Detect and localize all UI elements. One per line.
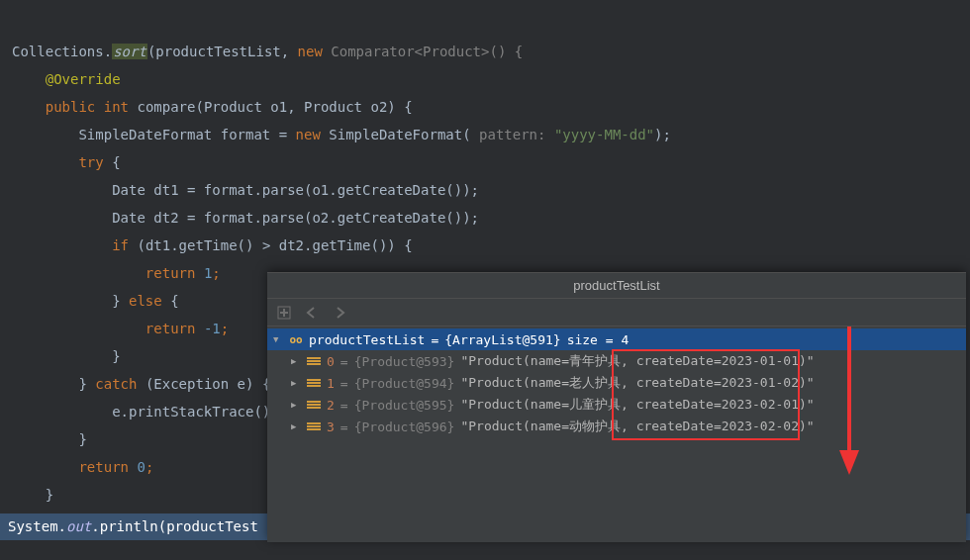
t: ;	[221, 321, 229, 336]
var-name: productTestList	[309, 332, 425, 347]
t: Collections.	[12, 44, 112, 59]
var-index: 2	[327, 398, 335, 413]
code-line: } catch (Exception e) {	[12, 376, 270, 392]
code-line: return 1;	[12, 265, 221, 281]
t: {	[170, 293, 178, 309]
back-icon[interactable]	[305, 305, 321, 321]
var-type: {Product@595}	[354, 398, 455, 413]
code-line: }	[12, 348, 121, 364]
tree-item-row[interactable]: ▶0 = {Product@593} "Product(name=青年护具, c…	[267, 350, 966, 372]
t: {	[112, 154, 120, 170]
new-watch-icon[interactable]	[277, 305, 293, 321]
t: @Override	[46, 71, 121, 87]
t: =	[340, 398, 348, 413]
var-index: 1	[327, 376, 335, 391]
t: pattern:	[479, 127, 554, 142]
t: public	[46, 99, 104, 115]
code-line: return 0;	[12, 459, 153, 475]
var-index: 3	[327, 420, 335, 434]
t: out	[66, 518, 91, 534]
t: SimpleDateFormat format =	[78, 127, 295, 142]
t: }	[78, 376, 95, 392]
var-type: {Product@596}	[354, 420, 455, 434]
code-line: @Override	[12, 71, 121, 87]
debugger-panel[interactable]: productTestList ▼ oo productTestList = {…	[267, 272, 966, 542]
t: (productTestList	[147, 44, 281, 59]
variables-tree[interactable]: ▼ oo productTestList = {ArrayList@591} s…	[267, 327, 966, 439]
t: new	[296, 127, 330, 142]
t: return	[146, 265, 204, 281]
t: e.printStackTrace();	[112, 404, 279, 420]
t: Comparator<Product>() {	[331, 44, 523, 59]
code-line: public int compare(Product o1, Product o…	[12, 99, 413, 115]
tree-item-row[interactable]: ▶2 = {Product@595} "Product(name=儿童护具, c…	[267, 394, 966, 416]
code-line: Date dt1 = format.parse(o1.getCreateDate…	[12, 182, 479, 198]
t: ,	[281, 44, 298, 59]
t: ;	[212, 265, 220, 281]
t: compare(Product o1, Product o2) {	[137, 99, 412, 115]
t: =	[431, 332, 438, 347]
t: }	[46, 487, 53, 503]
t: =	[340, 354, 348, 369]
forward-icon[interactable]	[333, 305, 348, 321]
t: return	[78, 459, 137, 475]
t: }	[112, 293, 129, 309]
code-line: Date dt2 = format.parse(o2.getCreateDate…	[12, 210, 479, 226]
chevron-right-icon[interactable]: ▶	[291, 378, 301, 388]
code-line: SimpleDateFormat format = new SimpleDate…	[12, 127, 671, 142]
tree-root-row[interactable]: ▼ oo productTestList = {ArrayList@591} s…	[267, 328, 966, 350]
debugger-title: productTestList	[267, 273, 966, 299]
t: try	[78, 154, 112, 170]
t: =	[340, 420, 348, 434]
var-type: {Product@593}	[354, 354, 455, 369]
t: -1	[204, 321, 221, 336]
object-icon: oo	[289, 333, 303, 345]
code-line: try {	[12, 154, 121, 170]
var-size: size = 4	[567, 332, 630, 347]
svg-rect-2	[280, 312, 288, 314]
tree-item-row[interactable]: ▶1 = {Product@594} "Product(name=老人护具, c…	[267, 372, 966, 394]
t: if	[112, 237, 137, 253]
t: sort	[112, 44, 147, 59]
var-index: 0	[327, 354, 335, 369]
t: );	[654, 127, 671, 142]
element-icon	[307, 420, 321, 432]
t: }	[78, 431, 86, 447]
t: else	[129, 293, 170, 309]
code-line: } else {	[12, 293, 179, 309]
t: 0	[137, 459, 145, 475]
t: (Exception e) {	[146, 376, 270, 392]
t: }	[112, 348, 120, 364]
t: catch	[95, 376, 146, 392]
code-line: return -1;	[12, 321, 229, 336]
var-value: "Product(name=儿童护具, createDate=2023-02-0…	[460, 396, 814, 414]
chevron-right-icon[interactable]: ▶	[291, 400, 301, 410]
t: ;	[146, 459, 153, 475]
element-icon	[307, 377, 321, 389]
code-line: e.printStackTrace();	[12, 404, 279, 420]
code-line: }	[12, 431, 87, 447]
var-type: {Product@594}	[354, 376, 455, 391]
tree-item-row[interactable]: ▶3 = {Product@596} "Product(name=动物护具, c…	[267, 416, 966, 437]
t: Date dt2 = format.parse(o2.getCreateDate…	[112, 210, 479, 226]
element-icon	[307, 355, 321, 367]
t: =	[340, 376, 348, 391]
t: (dt1.getTime() > dt2.getTime()) {	[137, 237, 412, 253]
chevron-right-icon[interactable]: ▶	[291, 421, 301, 431]
t: int	[104, 99, 138, 115]
t: return	[146, 321, 204, 336]
code-line: }	[12, 487, 53, 503]
t: Date dt1 = format.parse(o1.getCreateDate…	[112, 182, 479, 198]
t: .println(productTest	[91, 518, 258, 534]
debugger-toolbar	[267, 299, 966, 327]
var-value: "Product(name=动物护具, createDate=2023-02-0…	[460, 418, 814, 435]
chevron-right-icon[interactable]: ▶	[291, 356, 301, 366]
t: "yyyy-MM-dd"	[554, 127, 654, 142]
t: System.	[8, 518, 66, 534]
code-line: Collections.sort(productTestList, new Co…	[12, 44, 523, 59]
var-value: "Product(name=老人护具, createDate=2023-01-0…	[460, 374, 814, 392]
t: new	[298, 44, 332, 59]
t: SimpleDateFormat(	[329, 127, 479, 142]
var-value: "Product(name=青年护具, createDate=2023-01-0…	[460, 352, 814, 370]
chevron-down-icon[interactable]: ▼	[273, 334, 283, 344]
